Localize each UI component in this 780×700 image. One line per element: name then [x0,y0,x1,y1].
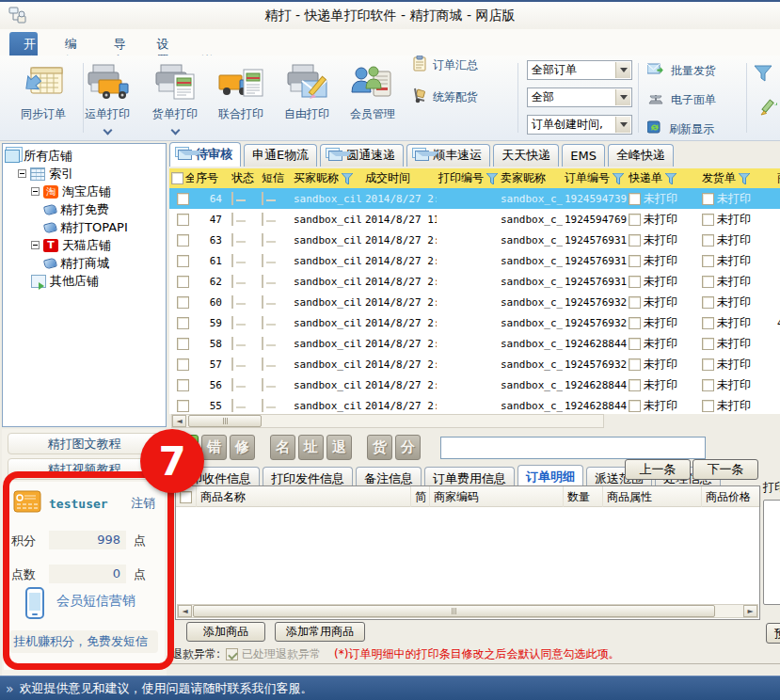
sms-button[interactable] [262,254,263,267]
orders-header-cell[interactable]: 成交时间 [363,168,437,188]
edge-pencil-icon[interactable] [758,99,777,120]
order-row[interactable]: 62 sandbox_cil 2014/8/27 2: sandbox_c_1 … [169,271,780,292]
express-checkbox[interactable] [629,400,641,412]
express-checkbox[interactable] [629,358,641,371]
row-checkbox[interactable] [177,358,189,371]
sms-button[interactable] [262,213,263,226]
tree-expander-icon[interactable] [31,187,40,196]
row-checkbox[interactable] [177,234,189,247]
order-summary-button[interactable]: 订单汇总 [412,56,516,74]
courier-tab[interactable]: 待审核 [169,142,241,167]
tree-item[interactable]: 其他店铺 [3,272,166,290]
refresh-display-button[interactable]: 刷新显示 [647,119,741,138]
row-checkbox[interactable] [177,400,189,412]
ship-checkbox[interactable] [702,338,714,350]
order-row[interactable]: 55 sandbox_cil 2014/8/27 2: sandbox_c_1 … [169,395,780,414]
invoice-print-button[interactable]: 货单打印 [141,61,209,136]
graphic-tutorial-button[interactable]: 精打图文教程 [8,433,161,454]
tree-expander-icon[interactable] [18,169,26,178]
invoice-print-menu-caret[interactable] [170,126,180,135]
scroll-right-arrow[interactable]: ► [743,605,757,617]
order-row[interactable]: 64 sandbox_cil 2014/8/27 2: sandbox_c_1 … [169,188,780,209]
orders-header-cell[interactable]: 短信 [260,168,292,188]
sms-button[interactable] [262,233,263,247]
express-checkbox[interactable] [629,234,641,247]
express-checkbox[interactable] [629,214,641,226]
detail-tab[interactable]: 打印发件信息 [263,467,353,487]
orders-header-cell[interactable]: 序号 [194,168,230,188]
ship-checkbox[interactable] [702,317,714,329]
quick-action-button[interactable]: 退 [326,435,352,460]
filter-funnel-icon[interactable] [342,173,353,184]
batch-ship-button[interactable]: 批量发货 [647,61,741,80]
ship-checkbox[interactable] [702,276,714,288]
filter-funnel-icon[interactable] [486,173,498,184]
tree-item[interactable]: 索引 [3,165,166,183]
row-checkbox[interactable] [177,296,189,309]
express-checkbox[interactable] [629,317,641,329]
ship-checkbox[interactable] [702,255,714,267]
row-checkbox[interactable] [177,193,189,205]
products-select-checkbox[interactable] [180,491,192,503]
status-button[interactable] [231,316,233,329]
row-checkbox[interactable] [177,214,189,226]
tree-item[interactable]: 精打免费 [3,200,166,218]
filter-dropdown[interactable]: 全部订单 [527,60,632,80]
preview-button[interactable]: 预览 [766,623,780,644]
products-header-cell[interactable]: 数量 [564,486,603,507]
quick-search-input[interactable] [440,437,706,459]
status-button[interactable] [231,295,233,309]
status-button[interactable] [231,275,233,288]
sms-button[interactable] [262,399,263,412]
scroll-left-arrow[interactable]: ◄ [172,415,186,427]
order-row[interactable]: 58 sandbox_cil 2014/8/27 2: sandbox_c_1 … [169,333,780,354]
row-checkbox[interactable] [177,338,189,350]
free-print-button[interactable]: 自由打印 [273,61,341,122]
sms-button[interactable] [262,192,263,205]
orders-hscrollbar[interactable]: ◄ [171,414,604,428]
dropdown-arrow-icon[interactable] [615,117,630,133]
row-checkbox[interactable] [177,317,189,329]
express-checkbox[interactable] [629,338,641,350]
select-all-checkbox[interactable] [171,172,183,184]
products-header-cell[interactable]: 商家编码 [430,486,564,507]
products-header-cell[interactable]: 商品属性 [603,486,702,507]
tree-expander-icon[interactable] [31,241,40,249]
row-checkbox[interactable] [177,276,189,288]
sms-button[interactable] [262,378,263,391]
status-button[interactable] [231,337,233,350]
orders-header-cell[interactable]: 打印编号 [437,168,499,188]
quick-action-button[interactable]: 址 [298,435,324,460]
scroll-left-arrow[interactable]: ◄ [178,605,192,617]
ship-checkbox[interactable] [702,193,714,205]
express-checkbox[interactable] [629,379,641,391]
orders-header-cell[interactable]: 商 [775,168,780,188]
dispatch-planning-button[interactable]: 统筹配货 [412,88,516,106]
detail-tab[interactable]: 备注信息 [356,467,422,487]
status-button[interactable] [231,378,233,391]
products-header-cell[interactable]: 商品名称 [197,486,411,507]
edge-filter-icon[interactable] [753,65,773,87]
quick-action-button[interactable]: 修 [230,435,255,460]
scroll-thumb[interactable] [188,415,262,427]
tree-item[interactable]: 淘 淘宝店铺 [3,183,166,200]
order-row[interactable]: 59 sandbox_cil 2014/8/27 2: sandbox_c_1 … [169,312,780,333]
status-button[interactable] [231,192,233,205]
sms-button[interactable] [262,316,263,329]
orders-header-cell[interactable]: 全选 [169,168,194,188]
ship-checkbox[interactable] [702,358,714,371]
courier-tab[interactable]: 全峰快递 [608,144,674,167]
tree-item[interactable]: 精打商城 [3,254,166,272]
products-hscrollbar[interactable]: ◄ ► [177,604,758,618]
tree-item[interactable]: 精打TOPAPI [3,218,166,236]
prev-record-button[interactable]: 上一条 [625,459,691,480]
waybill-print-button[interactable]: 运单打印 [73,61,141,136]
dropdown-arrow-icon[interactable] [615,62,630,78]
scroll-thumb[interactable] [193,605,715,617]
next-record-button[interactable]: 下一条 [692,459,758,480]
courier-tab[interactable]: EMS [562,144,605,167]
courier-tab[interactable]: 顺丰速运 [406,144,490,167]
ship-checkbox[interactable] [702,379,714,391]
ship-checkbox[interactable] [702,400,714,412]
status-button[interactable] [231,358,233,371]
